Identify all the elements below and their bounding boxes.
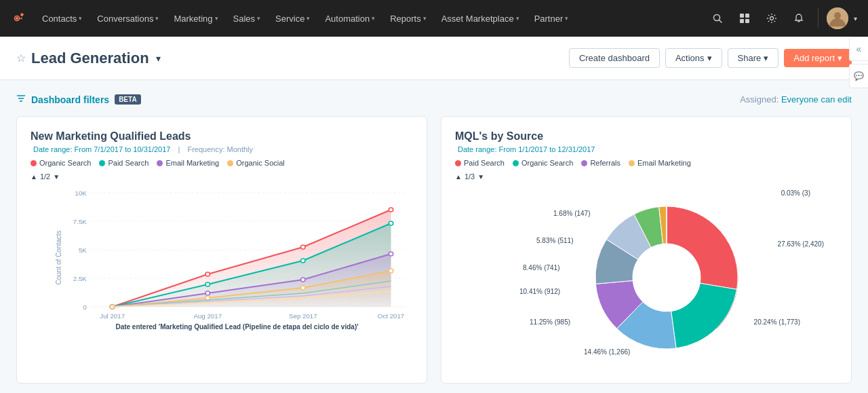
add-report-chevron-icon: ▾ [837,53,842,63]
chart1-next-icon[interactable]: ▼ [53,173,60,181]
svg-text:5K: 5K [79,247,87,254]
nav-partner[interactable]: Partner ▾ [528,10,576,28]
user-avatar[interactable] [827,7,848,29]
collapse-panel-button[interactable]: « [849,37,868,61]
chart2-svg [456,186,836,369]
automation-chevron: ▾ [372,15,375,22]
chart2-container: 0.03% (3) 1.68% (147) 5.83% (511) 8.46% … [455,186,837,369]
legend2-dot-organic-search [513,160,519,166]
chart1-title: New Marketing Qualified Leads [31,130,413,143]
main-content: Dashboard filters BETA Assigned: Everyon… [0,80,868,393]
account-chevron[interactable]: ▾ [854,15,857,22]
svg-line-4 [719,20,722,22]
svg-point-34 [205,272,210,276]
contacts-chevron: ▾ [79,15,82,22]
label-5-83: 5.83% (511) [536,237,573,244]
svg-point-36 [389,208,393,212]
legend2-dot-email-marketing [629,160,635,166]
header-actions-group: Create dashboard Actions ▾ Share ▾ Add r… [569,48,852,68]
legend2-dot-paid-search [455,160,461,166]
legend-email-marketing: Email Marketing [157,159,219,167]
legend2-organic-search: Organic Search [513,159,573,167]
svg-rect-8 [745,19,749,23]
legend-dot-paid-search [99,160,105,166]
settings-button[interactable] [761,7,783,29]
header-left-group: ☆ Lead Generation ▾ [16,50,161,67]
add-report-button[interactable]: Add report ▾ [784,49,852,67]
label-11-25: 11.25% (985) [530,318,570,326]
create-dashboard-button[interactable]: Create dashboard [569,48,660,68]
svg-point-43 [301,278,305,282]
sales-chevron: ▾ [257,15,260,22]
favorite-star-icon[interactable]: ☆ [16,52,26,64]
svg-point-38 [205,282,210,286]
assigned-value[interactable]: Everyone can edit [781,94,852,105]
page-title: Lead Generation [31,50,149,67]
svg-text:10K: 10K [75,190,87,197]
filters-bar: Dashboard filters BETA Assigned: Everyon… [16,94,852,105]
svg-rect-5 [740,14,744,18]
legend-dot-email-marketing [157,160,163,166]
legend2-dot-referrals [581,160,587,166]
chart2-subtitle: Date range: From 1/1/2017 to 12/31/2017 [455,145,837,153]
nav-contacts[interactable]: Contacts ▾ [35,10,89,28]
filters-label[interactable]: Dashboard filters [31,94,109,105]
chart2-legend: Paid Search Organic Search Referrals Ema… [455,159,837,167]
search-button[interactable] [707,7,728,29]
share-button[interactable]: Share ▾ [728,48,779,68]
chart1-wrapper: Count of Contacts 10K 7.5K 5K 2.5K 0 [31,186,413,331]
label-20-24: 20.24% (1,773) [754,318,800,326]
hubspot-logo[interactable] [11,11,26,26]
notifications-button[interactable] [788,7,810,29]
chat-panel-button[interactable]: 💬 [849,64,868,88]
top-navigation: Contacts ▾ Conversations ▾ Marketing ▾ S… [0,0,868,37]
legend-paid-search: Paid Search [99,159,149,167]
chart1-legend: Organic Search Paid Search Email Marketi… [31,159,413,167]
donut-chart-card: MQL's by Source Date range: From 1/1/201… [441,116,852,383]
svg-point-35 [301,245,305,249]
legend-dot-organic-search [31,160,37,166]
chart2-prev-icon[interactable]: ▲ [455,173,462,181]
actions-button[interactable]: Actions ▾ [665,48,722,68]
page-header: ☆ Lead Generation ▾ Create dashboard Act… [0,37,868,80]
nav-conversations[interactable]: Conversations ▾ [90,10,165,28]
nav-marketing[interactable]: Marketing ▾ [167,10,224,28]
chart2-title: MQL's by Source [455,130,837,143]
svg-point-49 [633,244,701,312]
svg-text:Oct 2017: Oct 2017 [378,313,404,320]
label-27-63: 27.63% (2,420) [778,240,824,248]
svg-point-11 [834,12,841,19]
right-side-panels: « 💬 [849,37,868,88]
filter-icon [16,94,26,105]
beta-badge: BETA [115,94,140,105]
label-8-46: 8.46% (741) [523,264,559,272]
label-0-03: 0.03% (3) [781,189,810,197]
marketing-chevron: ▾ [215,15,218,22]
legend-organic-social: Organic Social [227,159,285,167]
service-chevron: ▾ [307,15,310,22]
chart2-page-nav: ▲ 1/3 ▼ [455,172,837,181]
svg-text:Jul 2017: Jul 2017 [100,313,125,320]
nav-reports[interactable]: Reports ▾ [383,10,433,28]
chart2-next-icon[interactable]: ▼ [477,173,484,181]
svg-text:Aug 2017: Aug 2017 [193,313,222,320]
svg-point-48 [389,269,393,273]
nav-service[interactable]: Service ▾ [269,10,317,28]
svg-rect-7 [740,19,744,23]
legend2-email-marketing: Email Marketing [629,159,691,167]
nav-sales[interactable]: Sales ▾ [226,10,268,28]
chart1-prev-icon[interactable]: ▲ [31,173,37,181]
chart1-area: Count of Contacts 10K 7.5K 5K 2.5K 0 [61,186,413,322]
svg-point-2 [21,14,24,16]
nav-automation[interactable]: Automation ▾ [318,10,382,28]
share-chevron-icon: ▾ [764,53,768,63]
partner-chevron: ▾ [565,15,568,22]
title-dropdown-icon[interactable]: ▾ [156,53,161,64]
chart1-svg: 10K 7.5K 5K 2.5K 0 Jul 2017 Aug 2017 Sep… [61,186,413,322]
svg-text:0: 0 [83,304,86,311]
chart1-page-nav: ▲ 1/2 ▼ [31,172,413,181]
chart1-y-axis-label: Count of Contacts [55,230,62,284]
marketplace-icon-button[interactable] [734,7,755,29]
svg-text:7.5K: 7.5K [73,219,87,225]
nav-asset-marketplace[interactable]: Asset Marketplace ▾ [435,10,526,28]
